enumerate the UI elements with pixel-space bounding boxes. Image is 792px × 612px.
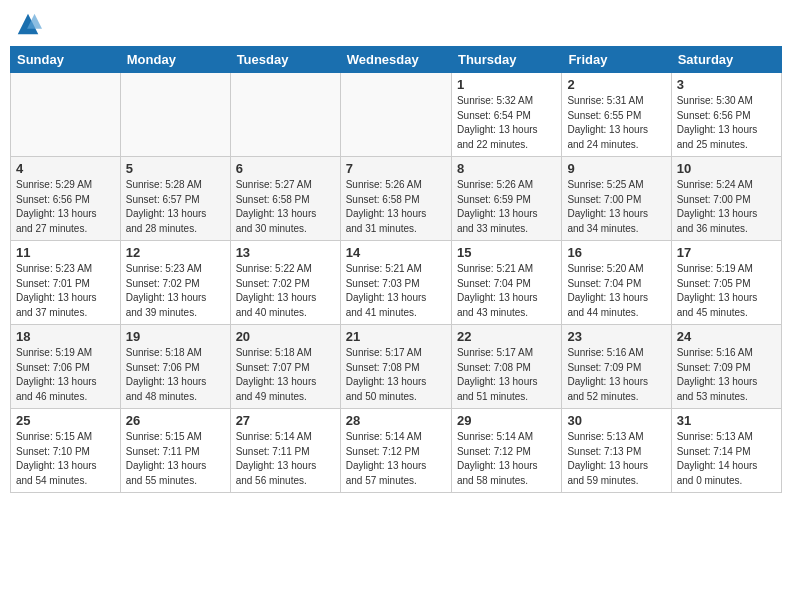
day-number: 26 — [126, 413, 225, 428]
day-info: Sunrise: 5:26 AM Sunset: 6:58 PM Dayligh… — [346, 178, 446, 236]
calendar-cell: 29Sunrise: 5:14 AM Sunset: 7:12 PM Dayli… — [451, 409, 561, 493]
day-number: 31 — [677, 413, 776, 428]
day-number: 28 — [346, 413, 446, 428]
day-info: Sunrise: 5:18 AM Sunset: 7:06 PM Dayligh… — [126, 346, 225, 404]
day-info: Sunrise: 5:21 AM Sunset: 7:03 PM Dayligh… — [346, 262, 446, 320]
calendar-cell: 30Sunrise: 5:13 AM Sunset: 7:13 PM Dayli… — [562, 409, 671, 493]
calendar-cell: 4Sunrise: 5:29 AM Sunset: 6:56 PM Daylig… — [11, 157, 121, 241]
day-info: Sunrise: 5:18 AM Sunset: 7:07 PM Dayligh… — [236, 346, 335, 404]
day-number: 19 — [126, 329, 225, 344]
day-number: 25 — [16, 413, 115, 428]
weekday-header-sunday: Sunday — [11, 47, 121, 73]
day-number: 11 — [16, 245, 115, 260]
calendar-cell: 9Sunrise: 5:25 AM Sunset: 7:00 PM Daylig… — [562, 157, 671, 241]
day-number: 8 — [457, 161, 556, 176]
day-info: Sunrise: 5:23 AM Sunset: 7:01 PM Dayligh… — [16, 262, 115, 320]
day-number: 5 — [126, 161, 225, 176]
day-number: 27 — [236, 413, 335, 428]
weekday-header-wednesday: Wednesday — [340, 47, 451, 73]
day-number: 30 — [567, 413, 665, 428]
calendar-cell: 13Sunrise: 5:22 AM Sunset: 7:02 PM Dayli… — [230, 241, 340, 325]
day-info: Sunrise: 5:28 AM Sunset: 6:57 PM Dayligh… — [126, 178, 225, 236]
calendar-cell: 5Sunrise: 5:28 AM Sunset: 6:57 PM Daylig… — [120, 157, 230, 241]
weekday-header-friday: Friday — [562, 47, 671, 73]
day-number: 17 — [677, 245, 776, 260]
calendar-cell: 28Sunrise: 5:14 AM Sunset: 7:12 PM Dayli… — [340, 409, 451, 493]
day-info: Sunrise: 5:17 AM Sunset: 7:08 PM Dayligh… — [457, 346, 556, 404]
calendar-cell: 27Sunrise: 5:14 AM Sunset: 7:11 PM Dayli… — [230, 409, 340, 493]
day-number: 16 — [567, 245, 665, 260]
day-info: Sunrise: 5:21 AM Sunset: 7:04 PM Dayligh… — [457, 262, 556, 320]
day-number: 7 — [346, 161, 446, 176]
day-info: Sunrise: 5:26 AM Sunset: 6:59 PM Dayligh… — [457, 178, 556, 236]
day-number: 29 — [457, 413, 556, 428]
day-number: 22 — [457, 329, 556, 344]
day-number: 18 — [16, 329, 115, 344]
day-number: 1 — [457, 77, 556, 92]
calendar-cell: 3Sunrise: 5:30 AM Sunset: 6:56 PM Daylig… — [671, 73, 781, 157]
day-info: Sunrise: 5:23 AM Sunset: 7:02 PM Dayligh… — [126, 262, 225, 320]
calendar-cell: 17Sunrise: 5:19 AM Sunset: 7:05 PM Dayli… — [671, 241, 781, 325]
day-info: Sunrise: 5:27 AM Sunset: 6:58 PM Dayligh… — [236, 178, 335, 236]
logo — [14, 10, 44, 38]
week-row-5: 25Sunrise: 5:15 AM Sunset: 7:10 PM Dayli… — [11, 409, 782, 493]
day-info: Sunrise: 5:17 AM Sunset: 7:08 PM Dayligh… — [346, 346, 446, 404]
day-number: 9 — [567, 161, 665, 176]
week-row-3: 11Sunrise: 5:23 AM Sunset: 7:01 PM Dayli… — [11, 241, 782, 325]
day-number: 2 — [567, 77, 665, 92]
calendar-cell: 2Sunrise: 5:31 AM Sunset: 6:55 PM Daylig… — [562, 73, 671, 157]
day-info: Sunrise: 5:19 AM Sunset: 7:06 PM Dayligh… — [16, 346, 115, 404]
calendar-cell: 26Sunrise: 5:15 AM Sunset: 7:11 PM Dayli… — [120, 409, 230, 493]
day-info: Sunrise: 5:31 AM Sunset: 6:55 PM Dayligh… — [567, 94, 665, 152]
day-info: Sunrise: 5:14 AM Sunset: 7:12 PM Dayligh… — [457, 430, 556, 488]
calendar-cell: 12Sunrise: 5:23 AM Sunset: 7:02 PM Dayli… — [120, 241, 230, 325]
day-info: Sunrise: 5:24 AM Sunset: 7:00 PM Dayligh… — [677, 178, 776, 236]
calendar-cell: 15Sunrise: 5:21 AM Sunset: 7:04 PM Dayli… — [451, 241, 561, 325]
day-number: 21 — [346, 329, 446, 344]
calendar-cell: 22Sunrise: 5:17 AM Sunset: 7:08 PM Dayli… — [451, 325, 561, 409]
calendar-cell: 14Sunrise: 5:21 AM Sunset: 7:03 PM Dayli… — [340, 241, 451, 325]
day-number: 10 — [677, 161, 776, 176]
calendar-cell: 8Sunrise: 5:26 AM Sunset: 6:59 PM Daylig… — [451, 157, 561, 241]
calendar-cell: 1Sunrise: 5:32 AM Sunset: 6:54 PM Daylig… — [451, 73, 561, 157]
calendar-cell: 7Sunrise: 5:26 AM Sunset: 6:58 PM Daylig… — [340, 157, 451, 241]
page-header — [10, 10, 782, 38]
day-info: Sunrise: 5:13 AM Sunset: 7:13 PM Dayligh… — [567, 430, 665, 488]
day-info: Sunrise: 5:22 AM Sunset: 7:02 PM Dayligh… — [236, 262, 335, 320]
day-number: 3 — [677, 77, 776, 92]
calendar-cell: 31Sunrise: 5:13 AM Sunset: 7:14 PM Dayli… — [671, 409, 781, 493]
calendar-cell: 24Sunrise: 5:16 AM Sunset: 7:09 PM Dayli… — [671, 325, 781, 409]
calendar-table: SundayMondayTuesdayWednesdayThursdayFrid… — [10, 46, 782, 493]
day-number: 12 — [126, 245, 225, 260]
day-info: Sunrise: 5:13 AM Sunset: 7:14 PM Dayligh… — [677, 430, 776, 488]
calendar-cell: 23Sunrise: 5:16 AM Sunset: 7:09 PM Dayli… — [562, 325, 671, 409]
day-number: 24 — [677, 329, 776, 344]
calendar-cell — [340, 73, 451, 157]
day-info: Sunrise: 5:16 AM Sunset: 7:09 PM Dayligh… — [567, 346, 665, 404]
calendar-cell — [11, 73, 121, 157]
day-number: 4 — [16, 161, 115, 176]
weekday-header-saturday: Saturday — [671, 47, 781, 73]
week-row-4: 18Sunrise: 5:19 AM Sunset: 7:06 PM Dayli… — [11, 325, 782, 409]
day-info: Sunrise: 5:29 AM Sunset: 6:56 PM Dayligh… — [16, 178, 115, 236]
weekday-header-row: SundayMondayTuesdayWednesdayThursdayFrid… — [11, 47, 782, 73]
day-info: Sunrise: 5:14 AM Sunset: 7:12 PM Dayligh… — [346, 430, 446, 488]
day-number: 6 — [236, 161, 335, 176]
week-row-2: 4Sunrise: 5:29 AM Sunset: 6:56 PM Daylig… — [11, 157, 782, 241]
calendar-cell: 19Sunrise: 5:18 AM Sunset: 7:06 PM Dayli… — [120, 325, 230, 409]
calendar-cell: 6Sunrise: 5:27 AM Sunset: 6:58 PM Daylig… — [230, 157, 340, 241]
calendar-cell — [120, 73, 230, 157]
weekday-header-thursday: Thursday — [451, 47, 561, 73]
day-number: 15 — [457, 245, 556, 260]
day-info: Sunrise: 5:20 AM Sunset: 7:04 PM Dayligh… — [567, 262, 665, 320]
logo-icon — [14, 10, 42, 38]
day-number: 13 — [236, 245, 335, 260]
weekday-header-tuesday: Tuesday — [230, 47, 340, 73]
day-info: Sunrise: 5:15 AM Sunset: 7:10 PM Dayligh… — [16, 430, 115, 488]
calendar-cell: 11Sunrise: 5:23 AM Sunset: 7:01 PM Dayli… — [11, 241, 121, 325]
day-number: 14 — [346, 245, 446, 260]
week-row-1: 1Sunrise: 5:32 AM Sunset: 6:54 PM Daylig… — [11, 73, 782, 157]
day-info: Sunrise: 5:19 AM Sunset: 7:05 PM Dayligh… — [677, 262, 776, 320]
calendar-cell: 10Sunrise: 5:24 AM Sunset: 7:00 PM Dayli… — [671, 157, 781, 241]
calendar-cell — [230, 73, 340, 157]
